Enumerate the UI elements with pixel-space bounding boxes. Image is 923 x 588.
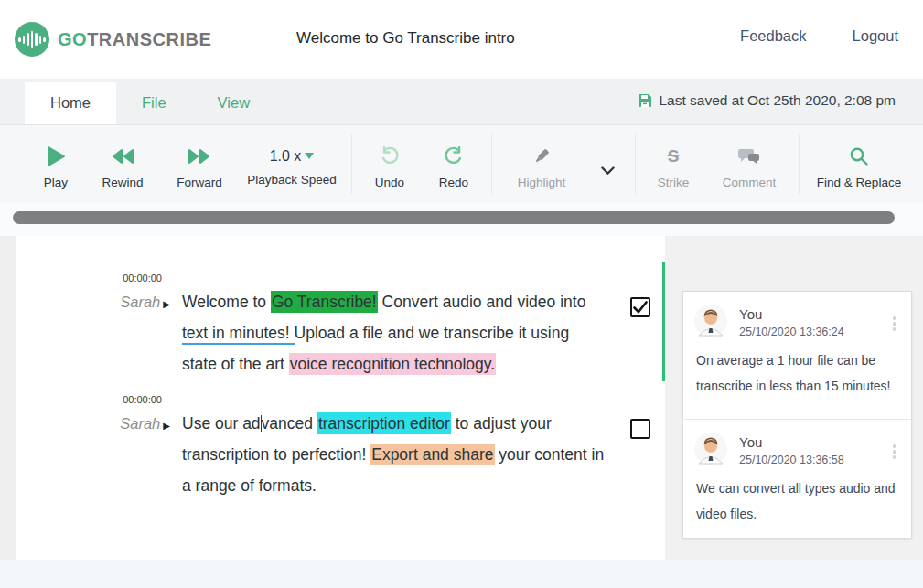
audio-seek-bar[interactable] xyxy=(13,211,895,224)
paragraph-text[interactable]: Welcome to Go Transcribe! Convert audio … xyxy=(182,286,585,380)
playback-speed-button[interactable]: 1.0 x Playback Speed xyxy=(238,125,346,203)
feedback-link[interactable]: Feedback xyxy=(740,27,806,45)
strikethrough-icon: S xyxy=(668,146,680,166)
toolbar-divider xyxy=(635,134,636,194)
forward-icon xyxy=(188,145,211,167)
transcript-paragraph: 00:00:00 Sarah▶ Welcome to Go Transcribe… xyxy=(16,273,665,380)
strike-button[interactable]: S Strike xyxy=(641,125,705,203)
last-saved-status: Last saved at Oct 25th 2020, 2:08 pm xyxy=(638,92,896,109)
redo-icon xyxy=(444,145,464,167)
app-header: GOTRANSCRIBE Welcome to Go Transcribe in… xyxy=(0,0,923,79)
speed-value: 1.0 x xyxy=(270,148,302,165)
speaker-name: Sarah xyxy=(120,415,160,432)
highlight-button[interactable]: Highlight xyxy=(498,125,585,203)
expand-toolbar-button[interactable] xyxy=(585,125,629,203)
timestamp: 00:00:00 xyxy=(16,394,182,405)
comment-bubbles-icon xyxy=(737,145,761,167)
speaker-label[interactable]: Sarah▶ xyxy=(16,408,182,501)
save-icon xyxy=(638,93,652,108)
paragraph-text[interactable]: Use our advanced transcription editor to… xyxy=(182,408,604,501)
speaker-caret-icon: ▶ xyxy=(163,299,170,309)
timestamp: 00:00:00 xyxy=(16,273,182,283)
forward-button[interactable]: Forward xyxy=(161,125,238,203)
menu-bar: Home File View Last saved at Oct 25th 20… xyxy=(0,79,923,125)
logo-text: GOTRANSCRIBE xyxy=(58,29,211,50)
find-replace-button[interactable]: Find & Replace xyxy=(805,125,913,203)
rewind-button[interactable]: Rewind xyxy=(84,125,161,203)
toolbar-divider xyxy=(351,134,352,194)
highlighter-icon xyxy=(531,145,553,167)
play-icon xyxy=(46,145,66,167)
left-gutter xyxy=(0,236,16,560)
comment-item: You 25/10/2020 13:36:58 We can convert a… xyxy=(683,419,911,538)
search-icon xyxy=(849,145,869,167)
comment-menu-button[interactable] xyxy=(890,442,899,462)
logout-link[interactable]: Logout xyxy=(853,27,898,45)
transcript-paragraphs: 00:00:00 Sarah▶ Welcome to Go Transcribe… xyxy=(16,273,665,501)
editor-toolbar: Play Rewind Forward 1.0 x Playback Speed… xyxy=(0,125,923,203)
toolbar-divider xyxy=(491,134,492,194)
play-button[interactable]: Play xyxy=(27,125,84,203)
caret-down-icon xyxy=(305,153,314,159)
comments-card: You 25/10/2020 13:36:24 On average a 1 h… xyxy=(682,291,912,539)
undo-icon xyxy=(380,145,400,167)
speaker-caret-icon: ▶ xyxy=(163,421,170,431)
checkmark-icon xyxy=(633,301,648,314)
comment-menu-button[interactable] xyxy=(890,314,899,334)
comment-timestamp: 25/10/2020 13:36:58 xyxy=(739,454,844,466)
redo-button[interactable]: Redo xyxy=(422,125,486,203)
comments-pane: You 25/10/2020 13:36:24 On average a 1 h… xyxy=(665,236,923,560)
comment-author: You xyxy=(739,433,844,450)
chevron-down-icon xyxy=(601,160,615,182)
last-saved-text: Last saved at Oct 25th 2020, 2:08 pm xyxy=(660,92,896,109)
tab-view[interactable]: View xyxy=(192,82,275,124)
waveform-icon xyxy=(15,22,49,57)
toolbar-divider xyxy=(799,134,800,194)
comment-text: On average a 1 hour file can be transcri… xyxy=(694,338,900,408)
tab-home[interactable]: Home xyxy=(25,82,116,124)
seek-row xyxy=(0,203,923,236)
undo-button[interactable]: Undo xyxy=(358,125,422,203)
speaker-label[interactable]: Sarah▶ xyxy=(16,286,182,380)
tab-file[interactable]: File xyxy=(116,82,192,124)
paragraph-checkbox[interactable] xyxy=(630,419,650,439)
comment-text: We can convert all types audio and video… xyxy=(694,466,900,536)
rewind-icon xyxy=(111,145,134,167)
comment-item: You 25/10/2020 13:36:24 On average a 1 h… xyxy=(683,292,911,410)
comment-timestamp: 25/10/2020 13:36:24 xyxy=(739,326,844,338)
footer-strip xyxy=(0,560,923,588)
comment-button[interactable]: Comment xyxy=(705,125,793,203)
comment-author: You xyxy=(739,305,844,322)
avatar xyxy=(694,433,727,465)
paragraph-checkbox[interactable] xyxy=(630,297,650,317)
app-logo[interactable]: GOTRANSCRIBE xyxy=(15,22,211,57)
transcript-editor[interactable]: 00:00:00 Sarah▶ Welcome to Go Transcribe… xyxy=(16,236,665,560)
transcript-paragraph: 00:00:00 Sarah▶ Use our advanced transcr… xyxy=(16,394,665,501)
speaker-name: Sarah xyxy=(120,294,160,310)
page-title: Welcome to Go Transcribe intro xyxy=(296,29,515,48)
avatar xyxy=(694,305,727,337)
